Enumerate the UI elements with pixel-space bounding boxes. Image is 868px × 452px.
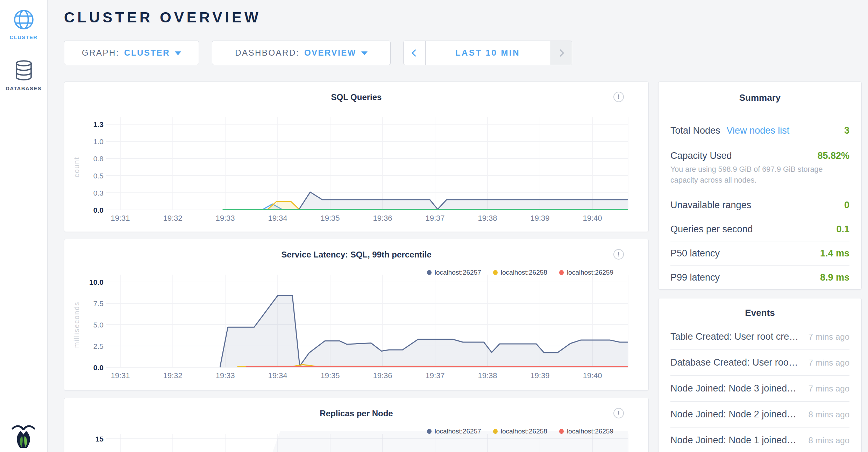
y-axis-tick-label: 10 xyxy=(95,450,104,452)
x-axis-tick-label: 19:39 xyxy=(530,214,549,223)
graph-dropdown-label: GRAPH: xyxy=(82,48,119,58)
event-text: Node Joined: Node 3 joined… xyxy=(670,383,796,394)
event-time: 7 mins ago xyxy=(802,384,849,394)
y-axis-tick-label: 1.0 xyxy=(93,137,104,146)
summary-row-value: 1.4 ms xyxy=(820,248,849,259)
summary-body: Total Nodes View nodes list 3 Capacity U… xyxy=(659,117,861,289)
view-nodes-list-link[interactable]: View nodes list xyxy=(727,125,790,136)
x-axis-tick-label: 19:33 xyxy=(215,214,235,223)
event-time: 8 mins ago xyxy=(802,410,849,419)
y-axis-tick-label: 0.0 xyxy=(93,363,104,372)
summary-row-label: Queries per second xyxy=(670,224,753,235)
sidebar-item-label: CLUSTER xyxy=(0,34,47,40)
summary-row-value: 85.82% xyxy=(817,150,849,161)
replicas-per-node-card: Replicas per Node localhost:26257localho… xyxy=(64,398,649,452)
summary-row-capacity: Capacity Used 85.82% You are using 598.9… xyxy=(670,144,849,193)
event-row: Node Joined: Node 2 joined… 8 mins ago xyxy=(670,402,849,428)
summary-row-value: 0.1 xyxy=(836,224,849,235)
x-axis-tick-label: 19:36 xyxy=(373,214,392,223)
graph-dropdown[interactable]: GRAPH: CLUSTER xyxy=(64,41,199,65)
y-axis-unit-label: milliseconds xyxy=(73,302,80,348)
events-body: Table Created: User root cre… 7 mins ago… xyxy=(659,324,861,452)
summary-row-p99-latency: P99 latency 8.9 ms xyxy=(670,265,849,289)
y-axis-tick-label: 10.0 xyxy=(89,278,104,286)
summary-panel: Summary Total Nodes View nodes list 3 Ca… xyxy=(658,82,862,290)
y-axis-tick-label: 0.0 xyxy=(93,206,104,214)
events-title: Events xyxy=(659,298,861,318)
x-axis-tick-label: 19:31 xyxy=(111,371,130,380)
event-time: 8 mins ago xyxy=(802,436,849,445)
database-icon xyxy=(14,60,33,80)
sql-queries-card: SQL Queries 0.00.30.50.81.01.319:3119:32… xyxy=(64,82,649,232)
x-axis-tick-label: 19:39 xyxy=(530,371,549,380)
x-axis-tick-label: 19:34 xyxy=(268,214,287,223)
x-axis-tick-label: 19:35 xyxy=(320,371,340,380)
event-text: Node Joined: Node 2 joined… xyxy=(670,409,796,420)
summary-row-p50-latency: P50 latency 1.4 ms xyxy=(670,241,849,265)
graph-dropdown-value: CLUSTER xyxy=(124,48,170,58)
chevron-left-icon xyxy=(411,49,419,56)
cockroach-logo xyxy=(11,423,36,448)
event-text: Node Joined: Node 1 joined… xyxy=(670,435,796,446)
summary-row-label: P99 latency xyxy=(670,272,720,283)
x-axis-tick-label: 19:35 xyxy=(320,214,340,223)
x-axis-tick-label: 19:38 xyxy=(478,214,497,223)
x-axis-tick-label: 19:32 xyxy=(163,371,182,380)
summary-row-value: 3 xyxy=(844,125,849,136)
series-area xyxy=(299,192,628,210)
replicas-chart-plot[interactable]: 1510 xyxy=(64,398,648,452)
x-axis-tick-label: 19:36 xyxy=(373,371,392,380)
event-row: Node Joined: Node 1 joined… 8 mins ago xyxy=(670,428,849,452)
sidebar-item-databases[interactable]: DATABASES xyxy=(0,60,47,91)
event-row: Database Created: User roo… 7 mins ago xyxy=(670,350,849,376)
y-axis-tick-label: 0.5 xyxy=(93,172,104,180)
summary-row-total-nodes: Total Nodes View nodes list 3 xyxy=(670,117,849,144)
capacity-caption: You are using 598.9 GiB of 697.9 GiB sto… xyxy=(670,164,831,186)
time-prev-button[interactable] xyxy=(404,41,425,65)
app-root: CLUSTER DATABASES CLUSTER OVERV xyxy=(0,0,868,452)
y-axis-tick-label: 15 xyxy=(95,435,104,443)
time-next-button[interactable] xyxy=(550,41,572,65)
time-range-button[interactable]: LAST 10 MIN xyxy=(425,41,550,65)
sidebar-item-cluster[interactable]: CLUSTER xyxy=(0,8,47,40)
service-latency-card: Service Latency: SQL, 99th percentile lo… xyxy=(64,239,649,391)
sql-queries-chart-plot[interactable]: 0.00.30.50.81.01.319:3119:3219:3319:3419… xyxy=(64,82,648,232)
y-axis-tick-label: 7.5 xyxy=(93,299,104,308)
dashboard-dropdown-label: DASHBOARD: xyxy=(235,48,299,58)
dashboard-dropdown-value: OVERVIEW xyxy=(304,48,356,58)
x-axis-tick-label: 19:34 xyxy=(268,371,287,380)
service-latency-chart-plot[interactable]: 0.02.55.07.510.019:3119:3219:3319:3419:3… xyxy=(64,239,648,390)
sidebar-item-label: DATABASES xyxy=(0,85,47,91)
x-axis-tick-label: 19:33 xyxy=(215,371,235,380)
event-row: Node Joined: Node 3 joined… 7 mins ago xyxy=(670,376,849,402)
series-area xyxy=(244,431,628,452)
y-axis-tick-label: 2.5 xyxy=(93,342,104,350)
y-axis-tick-label: 5.0 xyxy=(93,321,104,329)
chevron-down-icon xyxy=(175,51,181,55)
chevron-down-icon xyxy=(361,51,368,55)
x-axis-tick-label: 19:40 xyxy=(583,214,602,223)
chevron-right-icon xyxy=(556,49,564,56)
y-axis-unit-label: count xyxy=(73,157,80,177)
summary-row-label: Capacity Used xyxy=(670,150,732,161)
summary-row-value: 0 xyxy=(844,200,849,211)
y-axis-tick-label: 0.8 xyxy=(93,155,104,163)
summary-row-label: Total Nodes xyxy=(670,125,720,136)
summary-row-unavailable-ranges: Unavailable ranges 0 xyxy=(670,193,849,217)
summary-row-value: 8.9 ms xyxy=(820,272,849,283)
time-range-selector: LAST 10 MIN xyxy=(403,41,572,65)
x-axis-tick-label: 19:40 xyxy=(583,371,602,380)
x-axis-tick-label: 19:32 xyxy=(163,214,182,223)
y-axis-tick-label: 0.3 xyxy=(93,189,104,197)
x-axis-tick-label: 19:38 xyxy=(478,371,497,380)
event-text: Database Created: User roo… xyxy=(670,357,798,368)
sidebar: CLUSTER DATABASES xyxy=(0,0,48,452)
dashboard-dropdown[interactable]: DASHBOARD: OVERVIEW xyxy=(212,41,391,65)
event-text: Table Created: User root cre… xyxy=(670,331,798,342)
event-row: Table Created: User root cre… 7 mins ago xyxy=(670,324,849,350)
series-area xyxy=(220,296,628,367)
events-panel: Events Table Created: User root cre… 7 m… xyxy=(658,298,862,452)
globe-icon xyxy=(13,8,35,31)
summary-title: Summary xyxy=(659,82,861,103)
x-axis-tick-label: 19:31 xyxy=(111,214,130,223)
